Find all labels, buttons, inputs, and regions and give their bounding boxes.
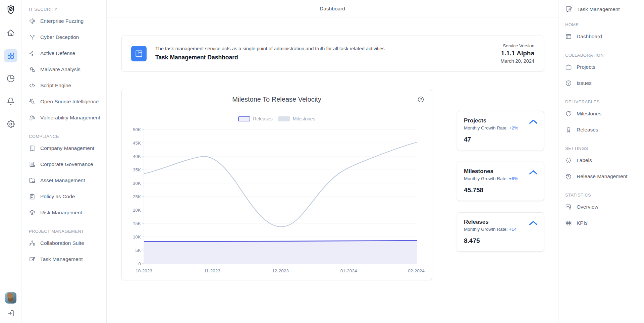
chart-header: Milestone To Release Velocity [122, 89, 432, 109]
table-icon [565, 220, 572, 226]
pie-chart-icon[interactable] [4, 72, 17, 85]
legend-entry-milestones[interactable]: Milestones [278, 116, 315, 121]
service-version-block: Service Version 1.1.1 Alpha March 20, 20… [500, 43, 534, 64]
sidebar-item-label: Open Source Intelligence [40, 99, 99, 105]
rsidebar-item-labels[interactable]: Labels [565, 152, 641, 168]
fingerprint-icon [29, 114, 36, 121]
svg-text:10K: 10K [133, 234, 141, 239]
sidebar-item-label: Malware Analysis [40, 66, 80, 72]
svg-text:35K: 35K [133, 167, 141, 172]
chevron-up-icon[interactable] [529, 119, 538, 125]
logout-icon[interactable] [7, 310, 14, 318]
stat-growth: Monthly Growth Rate: +14 [464, 227, 537, 232]
help-icon[interactable] [417, 96, 424, 104]
svg-text:12-2023: 12-2023 [272, 268, 289, 273]
rsidebar-item-label: Labels [577, 157, 592, 163]
layers-eye-icon [29, 209, 36, 216]
hero-card: The task management service acts as a si… [121, 36, 544, 71]
document-gear-icon [29, 161, 36, 168]
briefcase-icon [565, 64, 572, 70]
chart-title: Milestone To Release Velocity [232, 96, 321, 103]
sidebar-item-open-source-intelligence[interactable]: Open Source Intelligence [29, 94, 103, 110]
sidebar-item-enterprise-fuzzing[interactable]: Enterprise Fuzzing [29, 13, 103, 29]
refresh-icon [565, 110, 572, 117]
rsidebar-item-issues[interactable]: Issues [565, 75, 641, 91]
user-avatar[interactable] [5, 292, 16, 304]
section-header-deliverables: DELIVERABLES [565, 99, 641, 104]
sidebar-item-label: Task Management [40, 256, 83, 262]
rsidebar-item-releases[interactable]: Releases [565, 122, 641, 138]
service-title-label: Task Management [577, 6, 620, 12]
sidebar-item-label: Risk Management [40, 210, 82, 216]
chevron-up-icon[interactable] [529, 170, 538, 176]
rsidebar-item-projects[interactable]: Projects [565, 59, 641, 75]
stat-value: 8.475 [464, 237, 537, 245]
releases-area [144, 240, 417, 264]
sidebar-item-vulnerability-management[interactable]: Vulnerability Management [29, 110, 103, 126]
svg-text:5K: 5K [135, 248, 141, 253]
sidebar-item-cyber-deception[interactable]: Cyber Deception [29, 29, 103, 45]
stat-value: 47 [464, 136, 537, 143]
releases-swatch [238, 116, 250, 121]
sidebar-item-label: Asset Management [40, 177, 85, 183]
hero-text: The task management service acts as a si… [155, 46, 492, 61]
section-header-collaboration: COLLABORATION [565, 53, 641, 58]
bell-icon[interactable] [4, 95, 17, 108]
svg-text:20K: 20K [133, 208, 141, 213]
sidebar-item-malware-analysis[interactable]: Malware Analysis [29, 61, 103, 77]
app-logo-shield-icon[interactable] [6, 5, 16, 16]
apps-grid-icon[interactable] [4, 49, 17, 62]
sidebar-item-risk-management[interactable]: Risk Management [29, 205, 103, 221]
sidebar-item-collaboration-suite[interactable]: Collaboration Suite [29, 235, 103, 251]
sidebar-item-label: Active Defense [40, 50, 75, 56]
service-title[interactable]: Task Management [565, 5, 641, 13]
sidebar-item-script-engine[interactable]: Script Engine [29, 77, 103, 94]
rsidebar-item-label: Release Management [577, 173, 628, 179]
home-icon[interactable] [4, 26, 17, 40]
rsidebar-item-kpis[interactable]: KPIs [565, 215, 641, 231]
velocity-line-chart: 50K 45K 40K 35K 30K 25K 20K 15K 10K 5K 0 [128, 125, 425, 276]
rsidebar-item-milestones[interactable]: Milestones [565, 106, 641, 122]
rsidebar-item-overview[interactable]: Overview [565, 199, 641, 215]
sidebar-item-label: Collaboration Suite [40, 240, 84, 246]
growth-value: +14 [509, 227, 517, 232]
service-version-label: Service Version [500, 43, 534, 48]
rsidebar-item-dashboard[interactable]: Dashboard [565, 29, 641, 45]
section-header-home: HOME [565, 22, 641, 27]
sidebar-item-corporate-governance[interactable]: Corporate Governance [29, 156, 103, 172]
folder-box-icon [29, 177, 36, 184]
section-header-project-management: PROJECT MANAGEMENT [29, 229, 103, 234]
section-header-compliance: COMPLIANCE [29, 134, 103, 139]
chevron-up-icon[interactable] [529, 221, 538, 227]
stat-growth: Monthly Growth Rate: +2% [464, 125, 537, 130]
svg-text:01-2024: 01-2024 [340, 268, 357, 273]
left-sidebar: IT SECURITY Enterprise Fuzzing Cyber Dec… [21, 0, 107, 323]
sidebar-item-asset-management[interactable]: Asset Management [29, 172, 103, 189]
sidebar-item-task-management[interactable]: Task Management [29, 251, 103, 267]
rsidebar-item-label: Issues [577, 80, 592, 86]
gear-icon[interactable] [4, 117, 17, 131]
icon-rail [0, 0, 21, 323]
service-version-date: March 20, 2024 [500, 58, 534, 64]
stat-growth: Monthly Growth Rate: +6% [464, 176, 537, 181]
sidebar-item-label: Corporate Governance [40, 161, 93, 167]
projects-stat-card: Projects Monthly Growth Rate: +2% 47 [457, 111, 544, 150]
layout-dashboard-icon [565, 33, 572, 40]
legend-entry-releases[interactable]: Releases [238, 116, 272, 121]
chart-body: Releases Milestones [122, 109, 432, 280]
building-icon [29, 145, 36, 152]
code-icon [29, 82, 36, 89]
sidebar-item-company-management[interactable]: Company Management [29, 140, 103, 156]
history-clock-icon [565, 173, 572, 180]
rsidebar-item-release-management[interactable]: Release Management [565, 168, 641, 184]
velocity-chart-card: Milestone To Release Velocity Releases [121, 89, 432, 280]
stat-value: 45.758 [464, 186, 537, 194]
edit-square-icon [29, 256, 36, 263]
sidebar-item-policy-as-code[interactable]: Policy as Code [29, 189, 103, 205]
milestones-swatch [278, 116, 290, 121]
sidebar-item-label: Script Engine [40, 83, 71, 89]
service-version-value: 1.1.1 Alpha [500, 50, 534, 57]
sidebar-item-label: Enterprise Fuzzing [40, 18, 84, 24]
svg-text:30K: 30K [133, 181, 141, 186]
sidebar-item-active-defense[interactable]: Active Defense [29, 45, 103, 61]
